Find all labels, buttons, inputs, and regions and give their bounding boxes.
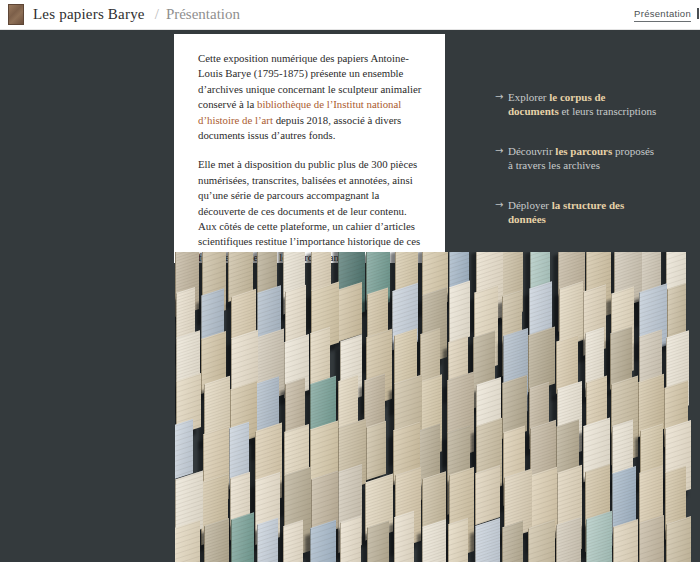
link-emphasis: les parcours <box>555 145 612 157</box>
paper-thumbnail <box>337 282 362 342</box>
site-logo-icon[interactable] <box>8 4 24 25</box>
paper-thumbnail <box>613 519 638 562</box>
link-explore-corpus[interactable]: →Explorer le corpus de documents et leur… <box>497 90 657 118</box>
breadcrumb-separator: / <box>155 6 159 23</box>
paper-thumbnail <box>449 281 470 344</box>
nav-item-presentation[interactable]: Présentation <box>634 8 691 22</box>
link-prefix: Découvrir <box>508 145 555 157</box>
header: Les papiers Barye / Présentation Présent… <box>0 0 700 30</box>
paper-thumbnail <box>528 520 555 562</box>
link-deploy-structure[interactable]: →Déployer la structure des données <box>497 198 657 226</box>
paper-thumbnail <box>475 518 500 562</box>
intro-paragraph-2: Elle met à disposition du public plus de… <box>198 157 424 265</box>
paper-thumbnail <box>528 326 555 392</box>
paper-thumbnail <box>394 511 414 562</box>
paper-thumbnail <box>502 520 523 562</box>
arrow-right-icon: → <box>495 144 503 158</box>
link-prefix: Explorer <box>508 91 549 103</box>
paper-thumbnail <box>422 519 446 562</box>
paper-thumbnail <box>231 512 254 562</box>
link-prefix: Déployer <box>508 199 552 211</box>
paper-thumbnail <box>310 520 336 562</box>
paper-thumbnail <box>204 517 229 562</box>
paper-thumbnail <box>448 518 468 562</box>
paper-thumbnail <box>639 515 664 562</box>
arrow-right-icon: → <box>495 198 503 212</box>
paper-thumbnail <box>175 419 193 479</box>
site-title[interactable]: Les papiers Barye <box>33 6 145 23</box>
header-nav: Présentation <box>634 0 691 30</box>
intro-paragraph-1: Cette exposition numérique des papiers A… <box>198 51 424 143</box>
paper-thumbnail <box>340 516 361 562</box>
breadcrumb: Présentation <box>166 6 240 23</box>
paper-thumbnail <box>175 520 201 562</box>
paper-thumbnail <box>666 516 691 562</box>
link-discover-parcours[interactable]: →Découvrir les parcours proposés à trave… <box>497 144 657 172</box>
intro-card: Cette exposition numérique des papiers A… <box>174 34 445 263</box>
paper-thumbnail <box>556 517 581 562</box>
paper-thumbnail <box>257 517 278 562</box>
paper-thumbnail <box>283 520 303 562</box>
action-links: →Explorer le corpus de documents et leur… <box>497 90 657 252</box>
link-suffix: et leurs transcriptions <box>559 105 656 117</box>
paper-thumbnail <box>586 511 612 562</box>
archive-papers-mosaic <box>175 252 691 562</box>
paper-thumbnail <box>366 421 386 480</box>
paper-thumbnail <box>367 520 389 562</box>
arrow-right-icon: → <box>495 90 503 104</box>
paper-thumbnail <box>475 465 500 525</box>
